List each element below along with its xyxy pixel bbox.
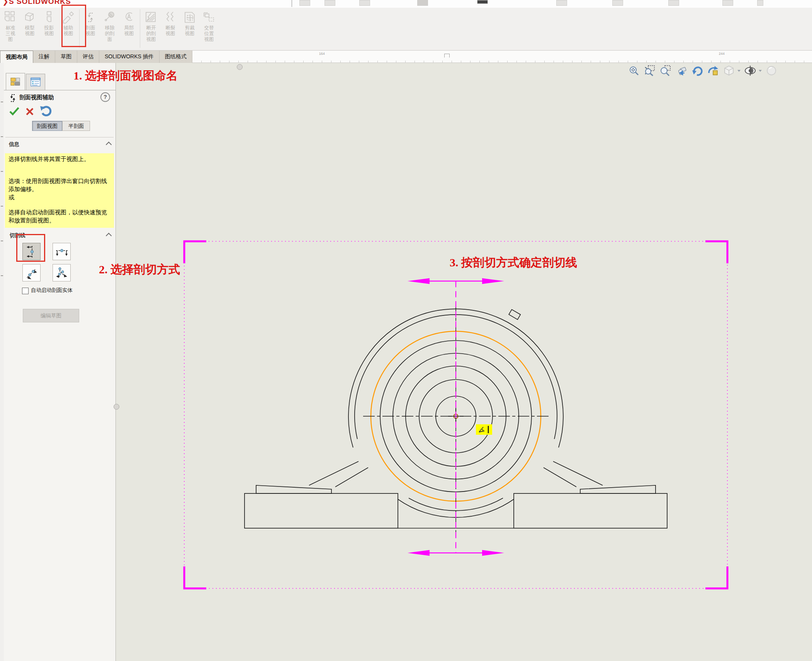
edge-tick bbox=[1, 275, 3, 276]
ruler-ticks bbox=[192, 61, 812, 63]
tab-annotation[interactable]: 注解 bbox=[33, 51, 55, 63]
display-manager-tab-icon bbox=[31, 78, 41, 87]
drawing-viewport[interactable] bbox=[116, 64, 812, 661]
tab-evaluate[interactable]: 评估 bbox=[77, 51, 99, 63]
panel-title: 剖面视图辅助 bbox=[19, 94, 54, 101]
tab-sketch[interactable]: 草图 bbox=[55, 51, 77, 63]
heads-up-view-toolbar bbox=[628, 64, 778, 77]
ruler-strip: 164 244 bbox=[192, 51, 812, 63]
tab-sheet-format[interactable]: 图纸格式 bbox=[160, 51, 192, 63]
message-line: 选择切割线并将其置于视图上。 bbox=[8, 155, 110, 163]
detail-view-button[interactable]: 局部视图 bbox=[119, 8, 139, 37]
display-style-icon[interactable] bbox=[723, 64, 735, 77]
ribbon-separator bbox=[140, 9, 140, 48]
rotate-view-icon[interactable] bbox=[691, 64, 703, 77]
ribbon-button-label: 局部视图 bbox=[124, 25, 134, 37]
toolbar-icon-placeholder[interactable] bbox=[359, 0, 370, 6]
message-line bbox=[8, 163, 110, 177]
ribbon-button-label: 模型视图 bbox=[24, 25, 35, 37]
message-line bbox=[8, 201, 110, 208]
alternate-position-view-button[interactable]: 交替位置视图 bbox=[199, 8, 219, 42]
half-section-mode-button[interactable]: 半剖面 bbox=[62, 121, 90, 131]
3d-drawing-view-icon[interactable] bbox=[707, 64, 719, 77]
tab-solidworks-addins[interactable]: SOLIDWORKS 插件 bbox=[99, 51, 160, 63]
edit-sketch-button[interactable]: 编辑草图 bbox=[23, 309, 79, 322]
collapse-chevron-icon[interactable] bbox=[106, 142, 112, 148]
horizontal-cutting-line-button[interactable] bbox=[53, 243, 71, 260]
detail-view-icon bbox=[126, 13, 132, 20]
standard-3-view-button[interactable]: 标准三视图 bbox=[1, 8, 20, 42]
edge-tick bbox=[1, 102, 3, 102]
toolbar-icon-placeholder[interactable] bbox=[477, 0, 488, 4]
property-manager-tab[interactable] bbox=[6, 73, 25, 90]
message-line: 选项：使用剖面视图弹出窗口向切割线添加偏移。 bbox=[8, 177, 110, 193]
cutting-line-highlight-box bbox=[16, 234, 45, 262]
projected-view-icon bbox=[47, 12, 51, 22]
panel-tab-divider bbox=[4, 90, 116, 90]
zoom-area-icon[interactable] bbox=[644, 64, 656, 77]
section-view-assist-icon bbox=[8, 93, 18, 103]
help-icon[interactable]: ? bbox=[100, 92, 110, 102]
crop-view-icon bbox=[185, 12, 194, 22]
message-line: 选择自动启动剖面视图，以便快速预览和放置剖面视图。 bbox=[8, 208, 110, 224]
solidworks-logo: ❯S SOLIDWORKS bbox=[2, 0, 71, 6]
model-view-icon bbox=[25, 13, 33, 21]
section-view-assist-panel: 剖面视图辅助 ? 剖面视图 半剖面 信息 选择切割线并将其置于视图上。 选项：使… bbox=[4, 63, 116, 661]
message-box: 选择切割线并将其置于视图上。 选项：使用剖面视图弹出窗口向切割线添加偏移。 或 … bbox=[5, 153, 114, 228]
removed-section-button[interactable]: 移除的剖面 bbox=[100, 8, 119, 42]
toolbar-icon-placeholder[interactable] bbox=[757, 0, 763, 6]
panel-splitter-handle[interactable] bbox=[114, 404, 119, 410]
break-view-button[interactable]: 断裂视图 bbox=[161, 8, 180, 37]
ribbon-button-label: 移除的剖面 bbox=[104, 25, 115, 42]
horizontal-cutting-line-icon bbox=[55, 246, 68, 258]
appearances-icon[interactable] bbox=[765, 64, 778, 77]
ruler-label: 164 bbox=[319, 52, 325, 56]
window-top-strip: ❯S SOLIDWORKS bbox=[0, 0, 812, 8]
ok-check-icon[interactable] bbox=[8, 106, 20, 116]
model-view-button[interactable]: 模型视图 bbox=[20, 8, 39, 37]
display-manager-tab[interactable] bbox=[26, 74, 45, 90]
solidworks-logo-mark: ❯S bbox=[2, 0, 14, 5]
ruler-mark bbox=[444, 54, 450, 58]
edge-tick bbox=[1, 206, 3, 207]
toolbar-icon-placeholder[interactable] bbox=[668, 0, 679, 6]
property-manager-tab-icon bbox=[10, 77, 21, 86]
toolbar-icon-placeholder[interactable] bbox=[612, 0, 623, 6]
view-layout-ribbon: 标准三视图 模型视图 投影视图 辅助视图 剖面视图 移除的剖面 局部视图 断开的… bbox=[0, 8, 812, 51]
section-view-mode-button[interactable]: 剖面视图 bbox=[32, 121, 62, 131]
hide-show-items-icon[interactable] bbox=[744, 64, 756, 77]
aligned-cutting-line-button[interactable] bbox=[53, 264, 71, 281]
ribbon-button-label: 断裂视图 bbox=[165, 25, 176, 37]
zoom-fit-icon[interactable] bbox=[628, 64, 640, 77]
toolbar-icon-placeholder[interactable] bbox=[556, 0, 567, 6]
panel-collapse-handle[interactable] bbox=[237, 64, 243, 70]
cutting-line-bottom-handle[interactable] bbox=[408, 550, 504, 556]
display-style-dropdown-caret[interactable] bbox=[737, 70, 741, 72]
zoom-in-out-icon[interactable] bbox=[659, 64, 672, 77]
ruler-label: 244 bbox=[719, 52, 725, 56]
ribbon-button-label: 断开的剖视图 bbox=[146, 25, 156, 42]
toolbar-icon-placeholder[interactable] bbox=[722, 0, 733, 6]
break-view-icon bbox=[167, 12, 173, 21]
undo-icon[interactable] bbox=[39, 105, 53, 117]
auto-start-section-checkbox[interactable] bbox=[22, 288, 29, 294]
previous-view-icon[interactable] bbox=[675, 64, 688, 77]
top-strip-divider bbox=[292, 0, 292, 7]
toolbar-icon-placeholder[interactable] bbox=[324, 0, 335, 6]
auxiliary-cutting-line-button[interactable] bbox=[22, 264, 41, 281]
edge-tick bbox=[1, 241, 3, 241]
alternate-position-view-icon bbox=[204, 13, 214, 21]
ribbon-button-label: 剖面视图 bbox=[85, 25, 96, 37]
cancel-x-icon[interactable] bbox=[25, 107, 34, 116]
hide-show-dropdown-caret[interactable] bbox=[759, 70, 762, 72]
edge-tick bbox=[1, 171, 3, 172]
crop-view-button[interactable]: 剪裁视图 bbox=[180, 8, 199, 37]
section-view-highlight-box bbox=[61, 5, 86, 47]
projected-view-button[interactable]: 投影视图 bbox=[39, 8, 59, 37]
tab-view-layout[interactable]: 视图布局 bbox=[0, 51, 33, 63]
collapse-chevron-icon[interactable] bbox=[106, 233, 112, 239]
toolbar-icon-placeholder[interactable] bbox=[299, 0, 310, 6]
broken-out-section-icon bbox=[146, 12, 155, 22]
toolbar-icon-placeholder[interactable] bbox=[417, 0, 428, 6]
broken-out-section-button[interactable]: 断开的剖视图 bbox=[141, 8, 161, 42]
